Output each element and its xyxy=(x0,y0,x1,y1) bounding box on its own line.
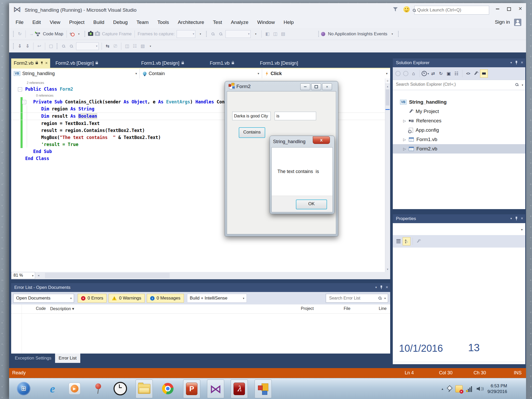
insights-label[interactable]: No Application Insights Events xyxy=(328,31,387,37)
properties-header[interactable]: Properties ▾ × xyxy=(393,214,525,223)
column-header-project[interactable]: Project xyxy=(301,306,314,311)
properties-wrench-icon[interactable] xyxy=(472,70,480,77)
pin-icon[interactable] xyxy=(515,61,518,65)
menu-item-view[interactable]: View xyxy=(45,19,65,25)
feedback-smiley-icon[interactable] xyxy=(403,6,410,12)
menu-item-tools[interactable]: Tools xyxy=(153,19,173,25)
fold-collapse-icon[interactable]: - xyxy=(22,100,26,104)
scroll-down-icon[interactable]: ▾ xyxy=(385,268,390,271)
errors-filter-button[interactable]: × 0 Errors xyxy=(78,294,107,303)
categorized-icon[interactable] xyxy=(395,237,402,245)
menu-item-edit[interactable]: Edit xyxy=(28,19,45,25)
solution-tree-item[interactable]: VBString_handling xyxy=(393,97,525,107)
expander-icon[interactable]: ▷ xyxy=(403,137,406,142)
member-dropdown[interactable]: Contain ▾ xyxy=(140,69,262,78)
window-position-chevron-icon[interactable]: ▾ xyxy=(375,285,377,289)
sync-with-active-document-icon[interactable]: ⇄ xyxy=(429,70,437,77)
taskbar-icon-powerpoint[interactable]: P xyxy=(183,380,200,398)
menu-item-file[interactable]: File xyxy=(11,19,28,25)
overflow-chevron-icon[interactable]: ▾ xyxy=(147,43,154,50)
solution-tree-item[interactable]: ▷References xyxy=(393,116,525,125)
taskbar-clock[interactable]: 6:53 PM 9/29/2016 xyxy=(488,383,507,395)
menu-item-window[interactable]: Window xyxy=(253,19,279,25)
restore-button[interactable] xyxy=(504,5,514,12)
window-position-chevron-icon[interactable]: ▾ xyxy=(510,217,512,220)
tray-expand-icon[interactable]: ▴ xyxy=(442,387,443,391)
menu-item-architecture[interactable]: Architecture xyxy=(173,19,208,25)
code-map-debug-icon[interactable] xyxy=(69,32,74,36)
show-all-files-icon[interactable]: ☷ xyxy=(453,70,460,77)
document-tab[interactable]: Form2.vb× xyxy=(11,58,50,68)
tab-exception-settings[interactable]: Exception Settings xyxy=(11,354,55,363)
menu-item-project[interactable]: Project xyxy=(65,19,89,25)
solution-search-box[interactable]: ▾ xyxy=(393,80,525,90)
taskbar-icon-start[interactable]: ⊞ xyxy=(15,380,32,398)
export-icon[interactable]: ⇩ xyxy=(24,43,31,50)
quick-launch-input[interactable] xyxy=(417,7,480,14)
taskbar-icon-visual-studio[interactable]: ⋈ xyxy=(207,380,224,398)
expander-icon[interactable]: ▷ xyxy=(403,147,406,151)
close-icon[interactable]: × xyxy=(521,61,523,65)
solution-search-input[interactable] xyxy=(395,82,496,87)
overflow-chevron-icon[interactable]: ▾ xyxy=(197,30,204,38)
contains-button[interactable]: Contains xyxy=(239,127,265,138)
toolbar-grip[interactable] xyxy=(13,31,14,37)
warnings-filter-button[interactable]: 0 Warnings xyxy=(109,294,144,303)
column-header-file[interactable]: File xyxy=(344,306,350,311)
form-maximize-button[interactable] xyxy=(311,83,321,90)
taskbar-icon-tiles[interactable] xyxy=(255,380,272,398)
close-icon[interactable]: × xyxy=(386,285,388,289)
network-signal-icon[interactable]: ★ xyxy=(466,386,473,392)
sign-in-link[interactable]: Sign in xyxy=(495,19,510,25)
pin-icon[interactable] xyxy=(380,285,383,289)
document-tab[interactable]: Form1.vb xyxy=(207,58,238,68)
toolbar-grip[interactable] xyxy=(206,31,207,37)
menu-item-build[interactable]: Build xyxy=(89,19,109,25)
vertical-scrollbar[interactable]: ÷ ▴ ▾ xyxy=(385,78,390,272)
solution-tree-item[interactable]: ▷Form2.vb xyxy=(393,144,525,154)
user-avatar-icon[interactable] xyxy=(514,19,521,26)
toolbar-grip[interactable] xyxy=(13,43,14,50)
volume-icon[interactable] xyxy=(477,386,484,392)
msgbox-ok-button[interactable]: OK xyxy=(296,200,327,209)
tray-pin-icon[interactable] xyxy=(447,385,452,392)
pin-icon[interactable] xyxy=(515,217,518,221)
taskbar-icon-media-player[interactable]: ▶ xyxy=(66,380,83,398)
solution-tree-item[interactable]: My Project xyxy=(393,107,525,116)
preview-selected-items-toggle[interactable] xyxy=(480,69,488,78)
menu-item-help[interactable]: Help xyxy=(279,19,298,25)
error-list-header[interactable]: Error List - Open Documents ▾ × xyxy=(11,283,390,292)
percent-combo[interactable]: ▾ xyxy=(76,42,99,50)
document-tab[interactable]: Form1.vb [Design] xyxy=(257,58,301,68)
scroll-left-icon[interactable]: ◂ xyxy=(38,274,39,277)
import-icon[interactable]: ⇩ xyxy=(16,43,23,50)
column-header-description[interactable]: Description ▾ xyxy=(50,306,74,311)
swap-icon[interactable]: ⇆ xyxy=(104,43,111,50)
collapse-all-icon[interactable]: ▣ xyxy=(445,70,452,77)
toolbar-grip[interactable] xyxy=(56,43,58,50)
document-tab[interactable]: Form2.vb [Design] xyxy=(53,58,102,68)
tab-error-list[interactable]: Error List xyxy=(55,354,80,363)
solution-explorer-header[interactable]: Solution Explorer ▾ × xyxy=(393,58,525,67)
column-header-code[interactable]: Code xyxy=(36,306,46,311)
home-icon[interactable]: ⌂ xyxy=(410,70,417,77)
menu-item-test[interactable]: Test xyxy=(209,19,227,25)
project-dropdown[interactable]: VB String_handling ▾ xyxy=(11,69,140,78)
alphabetical-sort-toggle[interactable]: AZ↓ xyxy=(403,237,410,245)
taskbar-icon-clock[interactable] xyxy=(112,380,129,398)
taskbar-icon-file-explorer[interactable] xyxy=(136,380,153,398)
editor-zoom-dropdown[interactable]: 81 %▾ xyxy=(11,272,35,279)
messages-filter-button[interactable]: i 0 Messages xyxy=(147,294,184,303)
dropdown-chevron-icon[interactable]: ▾ xyxy=(389,30,396,38)
document-tab[interactable]: Form1.vb [Design] xyxy=(138,58,187,68)
capture-camera-icon[interactable] xyxy=(88,32,93,36)
filter-icon[interactable] xyxy=(393,7,398,11)
object-selector-dropdown[interactable]: ▾ xyxy=(393,223,525,235)
close-button[interactable]: × xyxy=(516,5,525,12)
code-map-button[interactable]: Code Map xyxy=(36,30,64,38)
column-header-line[interactable]: Line xyxy=(379,306,387,311)
form-minimize-button[interactable] xyxy=(300,83,310,90)
quick-launch-box[interactable] xyxy=(414,6,489,15)
error-search-box[interactable]: ▾ xyxy=(326,294,388,303)
dropdown-chevron-icon[interactable]: ▾ xyxy=(75,30,82,38)
